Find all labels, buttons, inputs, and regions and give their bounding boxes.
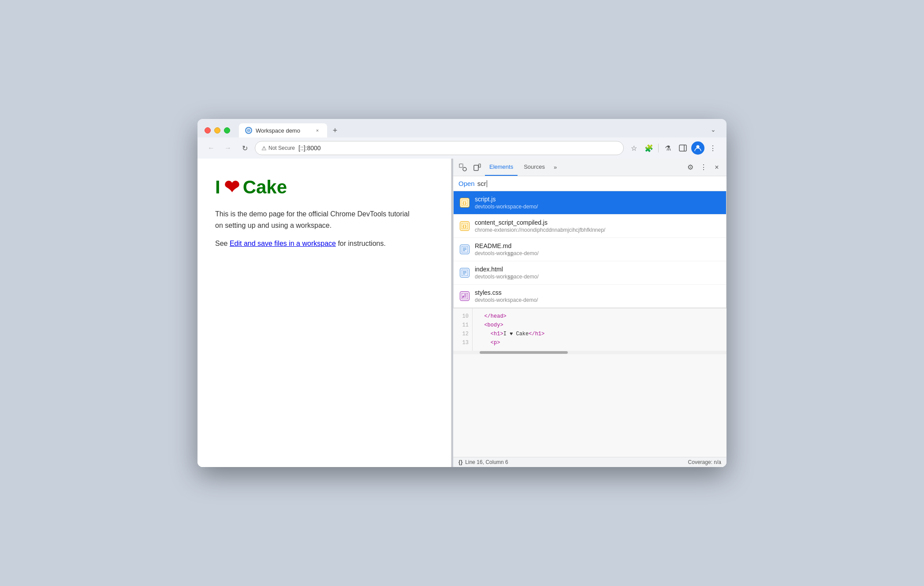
file-info-styles-css: styles.css devtools-workspace-demo/ [475, 289, 538, 303]
warning-icon: ⚠ [261, 145, 267, 152]
main-content: I ❤ Cake This is the demo page for the o… [197, 159, 727, 467]
bookmark-button[interactable]: ☆ [627, 141, 641, 155]
devtools-header: Elements Sources » ⚙ ⋮ × [453, 159, 727, 176]
js-file-icon: {} [460, 198, 469, 208]
tab-title: Workspace demo [256, 127, 310, 134]
svg-rect-6 [459, 164, 463, 167]
coverage-label: Coverage: n/a [688, 459, 721, 465]
file-path-readme: devtools-workspace-demo/ [475, 250, 539, 256]
file-info-script-js: script.js devtools-workspace-demo/ [475, 196, 538, 210]
extensions-button[interactable]: 🧩 [642, 141, 656, 155]
line-number-13: 13 [453, 338, 472, 347]
not-secure-indicator: ⚠ Not Secure [261, 145, 295, 152]
file-name-index-html: index.html [475, 266, 539, 273]
page-link-paragraph: See Edit and save files in a workspace f… [215, 240, 433, 248]
tabs-area: Workspace demo × + ⌄ [239, 123, 719, 137]
line-numbers: 10 11 12 13 [453, 308, 473, 351]
svg-rect-9 [479, 164, 481, 167]
code-area: 10 11 12 13 </head> <body> <h1>I ♥ Cake<… [453, 308, 727, 457]
file-path-styles-css: devtools-workspace-demo/ [475, 297, 538, 303]
devtools-panel: Elements Sources » ⚙ ⋮ × [453, 159, 727, 467]
code-line-10: </head> [478, 312, 721, 321]
devtools-settings-button[interactable]: ⚙ [684, 161, 697, 174]
svg-text:{}: {} [462, 225, 467, 229]
code-line-11: <body> [478, 321, 721, 330]
format-toggle[interactable]: {} Line 16, Column 6 [458, 459, 508, 465]
address-bar[interactable]: ⚠ Not Secure [::]:8000 [255, 141, 624, 155]
toolbar-divider [658, 144, 659, 152]
tab-favicon [245, 127, 252, 134]
svg-rect-3 [679, 145, 686, 151]
html-file-icon [460, 268, 469, 278]
minimize-button[interactable] [214, 127, 220, 134]
js-file-icon-2: {} [460, 221, 469, 231]
line-number-10: 10 [453, 312, 472, 321]
heading-i: I [215, 177, 220, 198]
browser-window: Workspace demo × + ⌄ ← → ↻ ⚠ Not Secure … [197, 119, 727, 467]
line-number-11: 11 [453, 321, 472, 330]
close-button[interactable] [205, 127, 211, 134]
open-file-input[interactable]: Open scr [458, 180, 721, 187]
sidebar-button[interactable] [676, 141, 689, 155]
file-item-content-script[interactable]: {} content_script_compiled.js chrome-ext… [454, 215, 726, 238]
devtools-close-button[interactable]: × [711, 161, 723, 174]
svg-rect-8 [474, 165, 478, 171]
file-item-readme[interactable]: README.md devtools-workspace-demo/ [454, 238, 726, 261]
file-name-readme: README.md [475, 242, 539, 249]
tab-sources[interactable]: Sources [519, 159, 549, 176]
page-heading: I ❤ Cake [215, 176, 433, 198]
search-query: scr [477, 180, 486, 187]
traffic-lights [205, 127, 230, 134]
labs-button[interactable]: ⚗ [661, 141, 674, 155]
workspace-link[interactable]: Edit and save files in a workspace [230, 240, 336, 247]
file-list-dropdown: {} script.js devtools-workspace-demo/ {} [453, 191, 727, 308]
file-item-styles-css[interactable]: # styles.css devtools-workspace-demo/ [454, 285, 726, 308]
heading-cake: Cake [243, 177, 287, 198]
file-item-index-html[interactable]: index.html devtools-workspace-demo/ [454, 261, 726, 285]
inspector-icon-button[interactable] [457, 161, 469, 174]
code-line-13: <p> [478, 338, 721, 347]
format-icon: {} [458, 459, 462, 465]
page-description: This is the demo page for the official C… [215, 208, 418, 231]
file-name-script-js: script.js [475, 196, 538, 203]
code-line-12: <h1>I ♥ Cake</h1> [478, 330, 721, 338]
code-content[interactable]: </head> <body> <h1>I ♥ Cake</h1> <p> [473, 308, 727, 351]
file-name-styles-css: styles.css [475, 289, 538, 296]
file-info-readme: README.md devtools-workspace-demo/ [475, 242, 539, 256]
maximize-button[interactable] [224, 127, 230, 134]
file-path-content-script: chrome-extension://noondiphcddnnabmjcihc… [475, 227, 605, 233]
tab-elements[interactable]: Elements [485, 159, 518, 176]
active-tab[interactable]: Workspace demo × [239, 123, 327, 137]
tab-dropdown-button[interactable]: ⌄ [707, 123, 719, 136]
cursor-position: Line 16, Column 6 [465, 459, 508, 465]
code-lines: 10 11 12 13 </head> <body> <h1>I ♥ Cake<… [453, 308, 727, 351]
chrome-menu-button[interactable]: ⋮ [706, 141, 719, 155]
css-file-icon: # [460, 291, 469, 301]
horizontal-scrollbar[interactable] [453, 351, 727, 354]
devtools-header-right: ⚙ ⋮ × [684, 161, 723, 174]
address-text: [::]:8000 [298, 145, 321, 152]
tab-close-button[interactable]: × [314, 127, 321, 134]
device-toggle-button[interactable] [471, 161, 483, 174]
line-number-12: 12 [453, 330, 472, 338]
open-file-search: Open scr [453, 176, 727, 191]
doc-file-icon [460, 245, 469, 254]
open-label: Open [458, 180, 475, 187]
title-bar: Workspace demo × + ⌄ [197, 119, 727, 137]
file-item-script-js[interactable]: {} script.js devtools-workspace-demo/ [454, 191, 726, 215]
new-tab-button[interactable]: + [329, 124, 341, 137]
devtools-more-button[interactable]: ⋮ [697, 161, 710, 174]
profile-button[interactable] [691, 141, 704, 155]
text-cursor [487, 180, 487, 187]
back-button[interactable]: ← [205, 141, 218, 155]
heading-heart: ❤ [224, 176, 239, 198]
file-name-content-script: content_script_compiled.js [475, 219, 605, 226]
svg-point-7 [463, 167, 466, 171]
tabs-more-button[interactable]: » [551, 162, 559, 172]
webpage-area: I ❤ Cake This is the demo page for the o… [197, 159, 451, 467]
toolbar-right-icons: ☆ 🧩 ⚗ ⋮ [627, 141, 719, 155]
forward-button[interactable]: → [221, 141, 235, 155]
file-path-script-js: devtools-workspace-demo/ [475, 204, 538, 210]
scrollbar-thumb[interactable] [480, 351, 568, 354]
reload-button[interactable]: ↻ [238, 141, 251, 155]
